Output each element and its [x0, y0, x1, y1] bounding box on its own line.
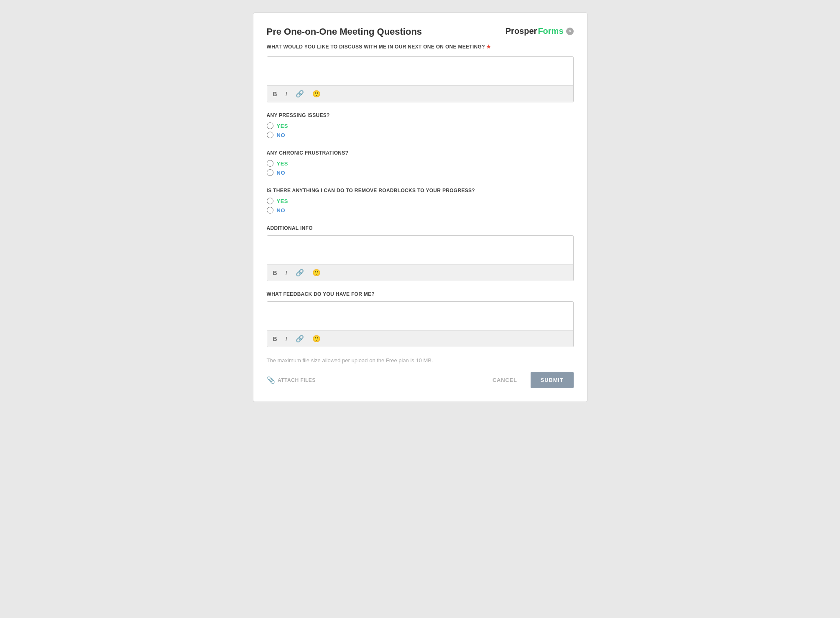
- feedback-wrapper: B I 🔗 🙂: [267, 301, 574, 347]
- additional-info-section: ADDITIONAL INFO B I 🔗 🙂: [267, 225, 574, 281]
- form-container: Pre One-on-One Meeting Questions Prosper…: [253, 13, 587, 402]
- brand-logo: ProsperForms ✕: [506, 26, 574, 36]
- chronic-frustrations-radio-group: YES NO: [267, 160, 574, 176]
- brand-prosper: Prosper: [506, 26, 537, 36]
- roadblocks-yes-label: YES: [277, 198, 289, 204]
- form-actions: 📎 ATTACH FILES CANCEL SUBMIT: [267, 372, 574, 388]
- italic-button-1[interactable]: I: [284, 90, 289, 98]
- chronic-frustrations-yes-label: YES: [277, 160, 289, 167]
- required-star: ★: [486, 44, 491, 50]
- chronic-frustrations-no-label: NO: [277, 170, 286, 176]
- pressing-issues-no-radio[interactable]: [267, 132, 273, 138]
- emoji-button-1[interactable]: 🙂: [311, 89, 322, 99]
- chronic-frustrations-yes-radio[interactable]: [267, 160, 273, 167]
- feedback-textarea[interactable]: [267, 302, 573, 328]
- additional-info-textarea[interactable]: [267, 236, 573, 262]
- additional-info-wrapper: B I 🔗 🙂: [267, 235, 574, 281]
- close-button[interactable]: ✕: [566, 28, 574, 35]
- bold-button-3[interactable]: B: [271, 335, 279, 343]
- form-header: Pre One-on-One Meeting Questions Prosper…: [267, 26, 574, 37]
- emoji-button-3[interactable]: 🙂: [311, 334, 322, 343]
- roadblocks-radio-group: YES NO: [267, 198, 574, 214]
- attach-files-button[interactable]: 📎 ATTACH FILES: [267, 376, 316, 384]
- roadblocks-section: IS THERE ANYTHING I CAN DO TO REMOVE ROA…: [267, 188, 574, 214]
- discuss-field-wrapper: B I 🔗 🙂: [267, 56, 574, 102]
- pressing-issues-label: ANY PRESSING ISSUES?: [267, 112, 574, 118]
- feedback-label: WHAT FEEDBACK DO YOU HAVE FOR ME?: [267, 291, 574, 297]
- roadblocks-no-option[interactable]: NO: [267, 207, 574, 214]
- pressing-issues-yes-radio[interactable]: [267, 122, 273, 129]
- bold-button-2[interactable]: B: [271, 269, 279, 277]
- footer-note: The maximum file size allowed per upload…: [267, 357, 574, 364]
- link-button-1[interactable]: 🔗: [294, 89, 306, 99]
- roadblocks-yes-radio[interactable]: [267, 198, 273, 204]
- roadblocks-no-radio[interactable]: [267, 207, 273, 214]
- pressing-issues-radio-group: YES NO: [267, 122, 574, 138]
- roadblocks-label: IS THERE ANYTHING I CAN DO TO REMOVE ROA…: [267, 188, 574, 193]
- feedback-toolbar: B I 🔗 🙂: [267, 330, 573, 347]
- link-button-3[interactable]: 🔗: [294, 334, 306, 343]
- form-subtitle: WHAT WOULD YOU LIKE TO DISCUSS WITH ME I…: [267, 44, 574, 50]
- roadblocks-yes-option[interactable]: YES: [267, 198, 574, 204]
- pressing-issues-section: ANY PRESSING ISSUES? YES NO: [267, 112, 574, 138]
- discuss-toolbar: B I 🔗 🙂: [267, 85, 573, 102]
- paperclip-icon: 📎: [267, 376, 276, 384]
- additional-info-label: ADDITIONAL INFO: [267, 225, 574, 231]
- form-title: Pre One-on-One Meeting Questions: [267, 26, 422, 37]
- link-button-2[interactable]: 🔗: [294, 268, 306, 277]
- pressing-issues-yes-label: YES: [277, 123, 289, 129]
- chronic-frustrations-label: ANY CHRONIC FRUSTRATIONS?: [267, 150, 574, 156]
- pressing-issues-no-label: NO: [277, 132, 286, 138]
- italic-button-2[interactable]: I: [284, 269, 289, 277]
- roadblocks-no-label: NO: [277, 207, 286, 214]
- bold-button-1[interactable]: B: [271, 90, 279, 98]
- submit-button[interactable]: SUBMIT: [531, 372, 574, 388]
- action-buttons: CANCEL SUBMIT: [486, 372, 574, 388]
- discuss-textarea[interactable]: [267, 57, 573, 84]
- brand-forms: Forms: [538, 26, 563, 36]
- chronic-frustrations-yes-option[interactable]: YES: [267, 160, 574, 167]
- additional-info-toolbar: B I 🔗 🙂: [267, 264, 573, 281]
- emoji-button-2[interactable]: 🙂: [311, 268, 322, 277]
- feedback-section: WHAT FEEDBACK DO YOU HAVE FOR ME? B I 🔗 …: [267, 291, 574, 347]
- pressing-issues-yes-option[interactable]: YES: [267, 122, 574, 129]
- cancel-button[interactable]: CANCEL: [486, 373, 524, 387]
- chronic-frustrations-no-option[interactable]: NO: [267, 169, 574, 176]
- attach-label: ATTACH FILES: [278, 377, 316, 383]
- italic-button-3[interactable]: I: [284, 335, 289, 343]
- chronic-frustrations-no-radio[interactable]: [267, 169, 273, 176]
- chronic-frustrations-section: ANY CHRONIC FRUSTRATIONS? YES NO: [267, 150, 574, 176]
- pressing-issues-no-option[interactable]: NO: [267, 132, 574, 138]
